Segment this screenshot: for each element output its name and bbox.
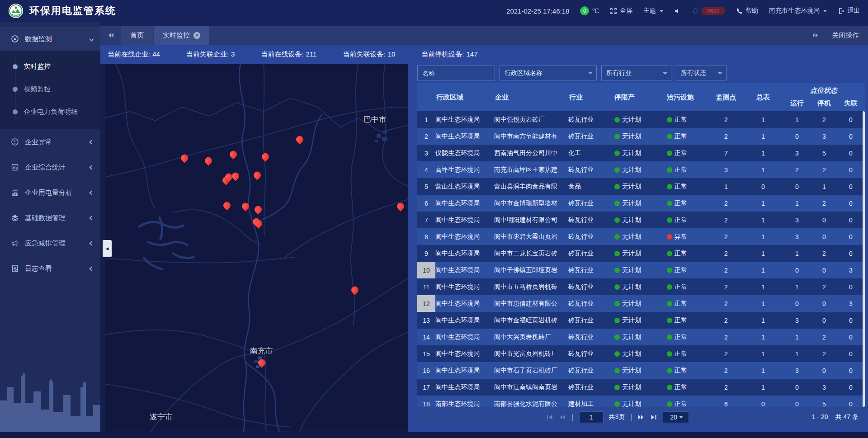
status-dot-icon <box>614 117 620 122</box>
table-row[interactable]: 15 阆中生态环境局 阆中市光富页岩机砖厂 砖瓦行业 无计划 <box>417 345 865 362</box>
cell-points: 2 <box>708 334 744 341</box>
cell-stopped: 5 <box>811 400 837 407</box>
tabs-scroll-left-button[interactable] <box>100 26 121 45</box>
cell-company: 阆中市金福旺页岩机砖 <box>494 316 568 325</box>
column-header-company: 企业 <box>494 83 568 111</box>
sidebar-item-enterprise-statistics[interactable]: 企业综合统计 <box>0 155 100 180</box>
cell-points: 2 <box>708 283 744 291</box>
speaker-icon <box>674 8 681 14</box>
gauge-icon <box>11 35 19 43</box>
page-size-select[interactable]: 20 <box>663 411 689 423</box>
table-row[interactable]: 9 阆中生态环境局 阆中市二龙长宝页岩砖 砖瓦行业 无计划 <box>417 245 865 262</box>
table-row[interactable]: 12 阆中生态环境局 阆中市忠信建材有限公 砖瓦行业 无计划 <box>417 295 865 312</box>
table-row[interactable]: 3 仪陇生态环境局 西南油气田分公司川中 化工 无计划 <box>417 145 865 161</box>
industry-filter-select[interactable]: 所有行业 <box>601 66 671 80</box>
cell-points: 2 <box>708 384 744 391</box>
table-row[interactable]: 1 阆中生态环境局 阆中强锐页岩砖厂 砖瓦行业 无计划 <box>417 111 865 128</box>
tab-home[interactable]: 首页 <box>121 26 153 45</box>
logout-button[interactable]: 退出 <box>838 7 860 15</box>
cell-company: 阆中市枣碧大梁山页岩 <box>494 233 568 241</box>
status-filter-select[interactable]: 所有状态 <box>676 66 726 80</box>
sidebar-item-emergency-reduction[interactable]: 应急减排管理 <box>0 231 100 256</box>
prev-page-button[interactable] <box>559 414 566 421</box>
map-city-label: 巴中市 <box>363 114 387 124</box>
cell-facility-status: 正常 <box>661 216 708 224</box>
sidebar-item-realtime-monitoring[interactable]: 实时监控 <box>0 55 100 78</box>
cell-meters: 1 <box>744 317 783 324</box>
table-row[interactable]: 11 阆中生态环境局 阆中市五马桥页岩机砖 砖瓦行业 无计划 <box>417 278 865 295</box>
sidebar-section-data-monitoring[interactable]: 数据监测 <box>0 27 100 51</box>
region-filter-select[interactable]: 行政区域名称 <box>500 66 597 80</box>
theme-dropdown[interactable]: 主题 <box>643 7 663 15</box>
sound-button[interactable] <box>674 8 681 14</box>
table-row[interactable]: 8 阆中生态环境局 阆中市枣碧大梁山页岩 砖瓦行业 无计划 <box>417 228 865 245</box>
table-row[interactable]: 13 阆中生态环境局 阆中市金福旺页岩机砖 砖瓦行业 无计划 <box>417 312 865 329</box>
close-icon[interactable]: ✕ <box>193 32 200 39</box>
cell-stopped: 2 <box>811 166 837 174</box>
cell-company: 阆中强锐页岩砖厂 <box>494 116 568 124</box>
column-header-points: 监测点 <box>708 83 744 111</box>
cell-meters: 1 <box>744 133 783 140</box>
tabs-scroll-right-button[interactable] <box>812 32 819 39</box>
sidebar-item-log-view[interactable]: 日志查看 <box>0 256 100 281</box>
cell-offline: 0 <box>837 183 865 190</box>
name-filter-input[interactable] <box>422 70 490 77</box>
sidebar-item-power-load-detail[interactable]: 企业电力负荷明细 <box>0 100 100 123</box>
cell-region: 南部生态环境局 <box>435 400 494 407</box>
table-row[interactable]: 5 营山生态环境局 营山县润丰肉食品有限 食品 无计划 <box>417 178 865 195</box>
cell-points: 1 <box>708 183 744 190</box>
sidebar-collapse-button[interactable]: ◀ <box>103 240 112 257</box>
table-row[interactable]: 14 阆中生态环境局 阆中大兴页岩机砖厂 砖瓦行业 无计划 <box>417 329 865 345</box>
fullscreen-button[interactable]: 全屏 <box>610 7 632 15</box>
first-page-button[interactable] <box>546 414 553 421</box>
cell-stopped: 2 <box>811 250 837 257</box>
cell-stopped: 1 <box>811 183 837 190</box>
cell-running: 3 <box>783 150 811 157</box>
table-header: 行政区域 企业 行业 停限产 治污设施 监测点 总表 点位状态 运行 停机 失联 <box>417 83 865 111</box>
column-group-point-status: 点位状态 <box>783 83 865 95</box>
help-button[interactable]: 帮助 <box>736 7 758 15</box>
table-row[interactable]: 6 阆中生态环境局 阆中市金博瑞新型墙材 砖瓦行业 无计划 <box>417 195 865 212</box>
page-number-input[interactable]: 1 <box>579 411 604 423</box>
map-canvas[interactable]: 巴中市 南充市 遂宁市 <box>105 64 408 432</box>
column-header-industry: 行业 <box>568 83 609 111</box>
logout-icon <box>838 8 844 14</box>
sidebar-item-video-monitoring[interactable]: 视频监控 <box>0 78 100 100</box>
table-row[interactable]: 4 高坪生态环境局 南充市高坪区王家店建 砖瓦行业 无计划 <box>417 161 865 178</box>
status-dot-icon <box>667 318 672 323</box>
table-row[interactable]: 10 阆中生态环境局 阆中千佛镇五郎垭页岩 砖瓦行业 无计划 <box>417 262 865 278</box>
name-filter-field[interactable] <box>417 66 495 80</box>
user-dropdown[interactable]: 南充市生态环境局 <box>769 7 827 15</box>
sidebar-item-enterprise-abnormal[interactable]: 企业异常 <box>0 129 100 155</box>
cell-meters: 1 <box>744 283 783 291</box>
table-row[interactable]: 18 南部生态环境局 南部县强化水泥有限公 建材加工 无计划 <box>417 396 865 407</box>
close-operations-button[interactable]: 关闭操作 <box>832 31 859 40</box>
cell-offline: 0 <box>837 133 865 140</box>
status-dot-icon <box>614 318 620 323</box>
cell-offline: 0 <box>837 350 865 358</box>
table-row[interactable]: 7 阆中生态环境局 阆中明阳建材有限公司 砖瓦行业 无计划 <box>417 212 865 228</box>
cell-facility-status: 正常 <box>661 316 708 325</box>
last-page-button[interactable] <box>650 414 657 421</box>
cell-meters: 1 <box>744 267 783 274</box>
row-index: 3 <box>417 145 435 161</box>
cell-stopped: 3 <box>811 133 837 140</box>
cell-company: 阆中市五马桥页岩机砖 <box>494 283 568 291</box>
table-row[interactable]: 17 阆中生态环境局 阆中市江南镇阆南页岩 砖瓦行业 无计划 <box>417 379 865 396</box>
cell-points: 2 <box>708 116 744 123</box>
notifications[interactable]: 2632 <box>692 7 725 15</box>
cell-offline: 0 <box>837 217 865 224</box>
cell-running: 0 <box>783 400 811 407</box>
bullet-dot-icon <box>13 64 18 69</box>
sidebar-item-base-data[interactable]: 基础数据管理 <box>0 205 100 231</box>
table-row[interactable]: 16 阆中生态环境局 阆中市石子页岩机砖厂 砖瓦行业 无计划 <box>417 362 865 379</box>
cell-region: 阆中生态环境局 <box>435 116 494 124</box>
sidebar-item-power-analysis[interactable]: 企业用电量分析 <box>0 180 100 205</box>
table-row[interactable]: 2 阆中生态环境局 阆中市南方节能建材有 砖瓦行业 无计划 <box>417 128 865 145</box>
cell-points: 2 <box>708 133 744 140</box>
cell-limit-status: 无计划 <box>609 199 661 207</box>
next-page-button[interactable] <box>637 414 645 421</box>
status-dot-icon <box>667 151 672 156</box>
tab-realtime-monitoring[interactable]: 实时监控 ✕ <box>154 26 209 45</box>
table-scrollbar[interactable] <box>863 111 865 407</box>
